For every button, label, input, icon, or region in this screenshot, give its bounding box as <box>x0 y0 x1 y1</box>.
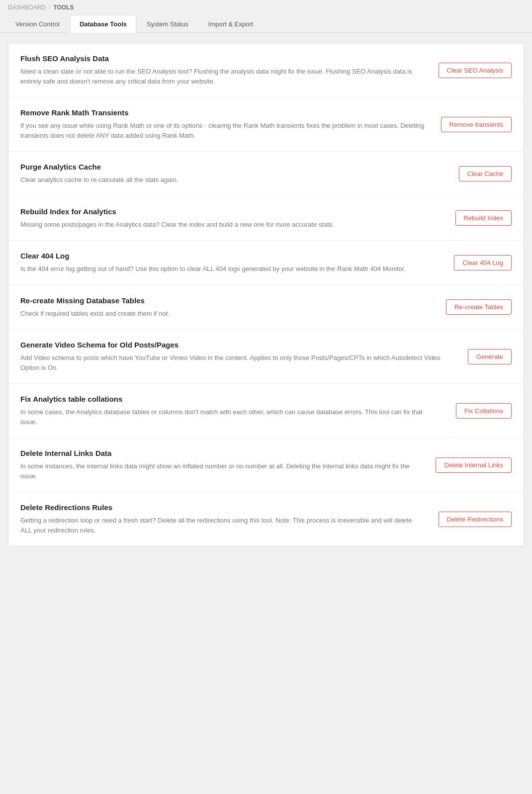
tool-row-clear-404: Clear 404 LogIs the 404 error log gettin… <box>8 241 524 285</box>
tool-info-flush-seo: Flush SEO Analysis DataNeed a clean slat… <box>20 54 439 86</box>
tool-info-delete-redirections: Delete Redirections RulesGetting a redir… <box>20 503 439 535</box>
tool-row-delete-internal-links: Delete Internal Links DataIn some instan… <box>8 438 524 492</box>
tool-title-flush-seo: Flush SEO Analysis Data <box>20 54 424 63</box>
tool-row-purge-cache: Purge Analytics CacheClear analytics cac… <box>8 152 524 196</box>
tool-title-fix-collations: Fix Analytics table collations <box>20 395 441 403</box>
tool-info-remove-transients: Remove Rank Math TransientsIf you see an… <box>20 108 441 140</box>
tool-button-generate-video-schema[interactable]: Generate <box>468 349 512 364</box>
tool-description-generate-video-schema: Add Video schema to posts which have You… <box>20 353 453 372</box>
breadcrumb-home[interactable]: DASHBOARD <box>8 4 46 11</box>
tool-row-delete-redirections: Delete Redirections RulesGetting a redir… <box>8 492 524 546</box>
tool-row-recreate-tables: Re-create Missing Database TablesCheck i… <box>8 285 524 330</box>
tool-title-purge-cache: Purge Analytics Cache <box>20 163 444 171</box>
tool-title-delete-redirections: Delete Redirections Rules <box>20 503 424 512</box>
tool-info-rebuild-index: Rebuild Index for AnalyticsMissing some … <box>20 207 455 230</box>
tool-description-purge-cache: Clear analytics cache to re-calculate al… <box>20 175 444 185</box>
tool-row-remove-transients: Remove Rank Math TransientsIf you see an… <box>8 97 524 152</box>
breadcrumb: DASHBOARD / TOOLS <box>0 0 532 15</box>
tool-button-rebuild-index[interactable]: Rebuild Index <box>455 210 512 226</box>
tool-title-remove-transients: Remove Rank Math Transients <box>20 108 426 117</box>
tool-button-purge-cache[interactable]: Clear Cache <box>459 166 512 181</box>
tool-title-rebuild-index: Rebuild Index for Analytics <box>20 207 441 216</box>
tool-description-fix-collations: In some cases, the Analytics database ta… <box>20 407 441 427</box>
tool-title-generate-video-schema: Generate Video Schema for Old Posts/Page… <box>20 341 453 349</box>
tool-title-clear-404: Clear 404 Log <box>20 252 439 260</box>
tool-title-delete-internal-links: Delete Internal Links Data <box>20 449 421 457</box>
tool-info-delete-internal-links: Delete Internal Links DataIn some instan… <box>20 449 436 481</box>
tool-info-recreate-tables: Re-create Missing Database TablesCheck i… <box>20 296 446 319</box>
tool-button-delete-internal-links[interactable]: Delete Internal Links <box>436 457 512 473</box>
tool-row-generate-video-schema: Generate Video Schema for Old Posts/Page… <box>8 330 524 384</box>
tool-info-clear-404: Clear 404 LogIs the 404 error log gettin… <box>20 252 454 274</box>
tool-button-flush-seo[interactable]: Clear SEO Analysis <box>439 63 512 78</box>
tool-button-clear-404[interactable]: Clear 404 Log <box>454 255 512 270</box>
tool-info-purge-cache: Purge Analytics CacheClear analytics cac… <box>20 163 459 185</box>
tool-description-delete-internal-links: In some instances, the internal links da… <box>20 461 421 481</box>
breadcrumb-current: TOOLS <box>53 4 74 11</box>
tool-description-clear-404: Is the 404 error log getting out of hand… <box>20 264 439 274</box>
tools-container: Flush SEO Analysis DataNeed a clean slat… <box>8 43 524 546</box>
tool-info-generate-video-schema: Generate Video Schema for Old Posts/Page… <box>20 341 468 372</box>
tool-button-remove-transients[interactable]: Remove transients <box>441 117 512 132</box>
tool-title-recreate-tables: Re-create Missing Database Tables <box>20 296 431 305</box>
tool-row-fix-collations: Fix Analytics table collationsIn some ca… <box>8 384 524 438</box>
tool-description-recreate-tables: Check if required tables exist and creat… <box>20 309 431 319</box>
tool-description-remove-transients: If you see any issue while using Rank Ma… <box>20 121 426 140</box>
main-content: Flush SEO Analysis DataNeed a clean slat… <box>0 33 532 556</box>
tab-version-control[interactable]: Version Control <box>6 15 69 33</box>
tool-description-rebuild-index: Missing some posts/pages in the Analytic… <box>20 220 441 230</box>
tab-import-export[interactable]: Import & Export <box>199 15 263 33</box>
tool-info-fix-collations: Fix Analytics table collationsIn some ca… <box>20 395 456 427</box>
tool-description-delete-redirections: Getting a redirection loop or need a fre… <box>20 516 424 535</box>
tool-description-flush-seo: Need a clean slate or not able to run th… <box>20 67 424 86</box>
tab-system-status[interactable]: System Status <box>137 15 198 33</box>
tool-row-flush-seo: Flush SEO Analysis DataNeed a clean slat… <box>8 43 524 97</box>
breadcrumb-separator: / <box>49 4 50 11</box>
tabs-bar: Version Control Database Tools System St… <box>0 15 532 33</box>
tool-button-recreate-tables[interactable]: Re-create Tables <box>446 299 512 315</box>
tool-row-rebuild-index: Rebuild Index for AnalyticsMissing some … <box>8 196 524 241</box>
tab-database-tools[interactable]: Database Tools <box>70 15 136 33</box>
tool-button-delete-redirections[interactable]: Delete Redirections <box>439 512 512 527</box>
tool-button-fix-collations[interactable]: Fix Collations <box>456 403 512 419</box>
